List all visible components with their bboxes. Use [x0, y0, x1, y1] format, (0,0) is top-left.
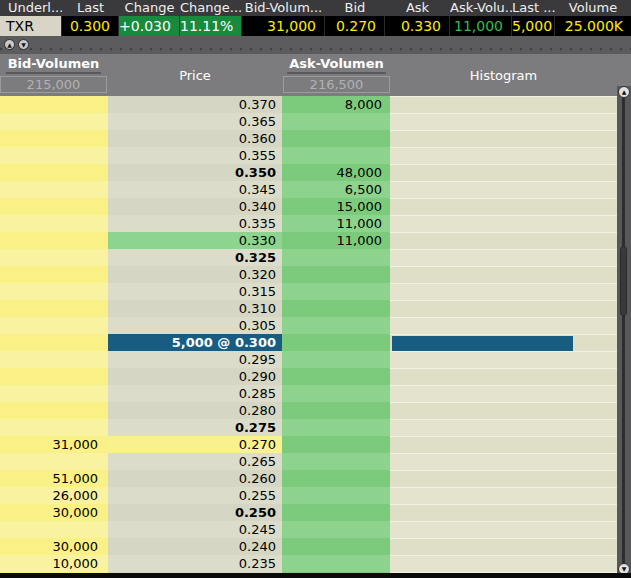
ladder-row: 10,0000.235: [0, 555, 631, 572]
ask-volume-cell[interactable]: [282, 147, 390, 164]
ask-volume-cell[interactable]: [282, 555, 390, 572]
price-cell[interactable]: 0.315: [108, 283, 282, 300]
scrollbar-thumb[interactable]: [620, 246, 627, 316]
bid-volume-cell[interactable]: [0, 300, 108, 317]
ask-volume-cell[interactable]: [282, 487, 390, 504]
histogram-cell: [390, 504, 631, 521]
bid-volume-cell[interactable]: [0, 283, 108, 300]
price-cell[interactable]: 0.235: [108, 555, 282, 572]
ladder-row: 0.315: [0, 283, 631, 300]
bid-volume-cell[interactable]: [0, 249, 108, 266]
ask-volume-cell[interactable]: [282, 436, 390, 453]
price-cell[interactable]: 0.365: [108, 113, 282, 130]
bid-volume-cell[interactable]: 10,000: [0, 555, 108, 572]
ask-volume-cell[interactable]: 8,000: [282, 96, 390, 113]
histogram-cell: [390, 351, 631, 368]
bid-volume-cell[interactable]: [0, 164, 108, 181]
price-cell[interactable]: 0.320: [108, 266, 282, 283]
bid-volume-cell[interactable]: [0, 232, 108, 249]
center-down-icon[interactable]: ▼: [18, 39, 29, 50]
scrollbar-up-icon[interactable]: ▲: [618, 86, 630, 98]
ask-volume-cell[interactable]: [282, 317, 390, 334]
bid-volume-cell[interactable]: [0, 453, 108, 470]
price-cell[interactable]: 0.250: [108, 504, 282, 521]
ask-volume-cell[interactable]: 6,500: [282, 181, 390, 198]
price-cell[interactable]: 0.330: [108, 232, 282, 249]
price-cell[interactable]: 0.360: [108, 130, 282, 147]
quote-value-cell: 11,000: [450, 16, 512, 36]
ask-volume-cell[interactable]: 15,000: [282, 198, 390, 215]
price-cell[interactable]: 0.295: [108, 351, 282, 368]
ask-volume-cell[interactable]: [282, 385, 390, 402]
bid-volume-cell[interactable]: [0, 215, 108, 232]
price-cell[interactable]: 0.370: [108, 96, 282, 113]
price-cell[interactable]: 0.350: [108, 164, 282, 181]
ask-volume-cell[interactable]: [282, 470, 390, 487]
ask-volume-cell[interactable]: [282, 113, 390, 130]
price-cell[interactable]: 0.310: [108, 300, 282, 317]
bid-volume-cell[interactable]: [0, 334, 108, 351]
quote-value-row[interactable]: TXR0.300+0.03011.11%31,0000.2700.33011,0…: [0, 16, 631, 36]
bid-volume-cell[interactable]: [0, 96, 108, 113]
ask-volume-cell[interactable]: 48,000: [282, 164, 390, 181]
price-cell[interactable]: 0.325: [108, 249, 282, 266]
price-cell[interactable]: 0.305: [108, 317, 282, 334]
histogram-cell: [390, 300, 631, 317]
bid-volume-cell[interactable]: [0, 521, 108, 538]
price-cell[interactable]: 0.355: [108, 147, 282, 164]
ask-volume-cell[interactable]: [282, 249, 390, 266]
price-cell[interactable]: 0.290: [108, 368, 282, 385]
bid-volume-cell[interactable]: [0, 368, 108, 385]
price-cell[interactable]: 0.270: [108, 436, 282, 453]
vertical-scrollbar[interactable]: ▲ ▼: [617, 86, 631, 578]
ask-volume-cell[interactable]: [282, 130, 390, 147]
bid-volume-cell[interactable]: [0, 181, 108, 198]
bid-volume-cell[interactable]: 30,000: [0, 504, 108, 521]
price-cell[interactable]: 0.260: [108, 470, 282, 487]
ask-volume-cell[interactable]: [282, 402, 390, 419]
ask-volume-header-label[interactable]: Ask-Volumen: [287, 56, 386, 74]
ask-volume-cell[interactable]: 11,000: [282, 232, 390, 249]
ask-volume-cell[interactable]: [282, 521, 390, 538]
bid-volume-cell[interactable]: 30,000: [0, 538, 108, 555]
ask-volume-cell[interactable]: [282, 351, 390, 368]
price-cell[interactable]: 0.265: [108, 453, 282, 470]
bid-volume-cell[interactable]: [0, 402, 108, 419]
price-cell[interactable]: 0.340: [108, 198, 282, 215]
price-cell[interactable]: 0.335: [108, 215, 282, 232]
bid-volume-header-label[interactable]: Bid-Volumen: [6, 56, 102, 74]
bid-volume-cell[interactable]: [0, 385, 108, 402]
bid-volume-cell[interactable]: 51,000: [0, 470, 108, 487]
bid-volume-cell[interactable]: [0, 419, 108, 436]
price-cell[interactable]: 0.275: [108, 419, 282, 436]
ask-volume-cell[interactable]: [282, 538, 390, 555]
bid-volume-cell[interactable]: 31,000: [0, 436, 108, 453]
bid-volume-cell[interactable]: [0, 266, 108, 283]
ask-volume-cell[interactable]: [282, 453, 390, 470]
ask-volume-cell[interactable]: [282, 368, 390, 385]
histogram-cell: [390, 198, 631, 215]
price-cell[interactable]: 0.255: [108, 487, 282, 504]
quote-value-cell: 5,000: [512, 16, 555, 36]
ask-volume-cell[interactable]: [282, 504, 390, 521]
ask-volume-cell[interactable]: [282, 419, 390, 436]
bid-volume-cell[interactable]: [0, 147, 108, 164]
ask-volume-cell[interactable]: [282, 266, 390, 283]
ask-volume-cell[interactable]: [282, 283, 390, 300]
last-trade-cell[interactable]: 5,000 @ 0.300: [108, 334, 282, 351]
ask-volume-cell[interactable]: [282, 334, 390, 351]
ask-volume-cell[interactable]: 11,000: [282, 215, 390, 232]
bid-volume-cell[interactable]: [0, 351, 108, 368]
bid-volume-cell[interactable]: [0, 130, 108, 147]
price-cell[interactable]: 0.280: [108, 402, 282, 419]
center-up-icon[interactable]: ▲: [4, 39, 15, 50]
ask-volume-cell[interactable]: [282, 300, 390, 317]
bid-volume-cell[interactable]: [0, 113, 108, 130]
price-cell[interactable]: 0.240: [108, 538, 282, 555]
bid-volume-cell[interactable]: [0, 198, 108, 215]
price-cell[interactable]: 0.285: [108, 385, 282, 402]
bid-volume-cell[interactable]: 26,000: [0, 487, 108, 504]
price-cell[interactable]: 0.345: [108, 181, 282, 198]
price-cell[interactable]: 0.245: [108, 521, 282, 538]
bid-volume-cell[interactable]: [0, 317, 108, 334]
